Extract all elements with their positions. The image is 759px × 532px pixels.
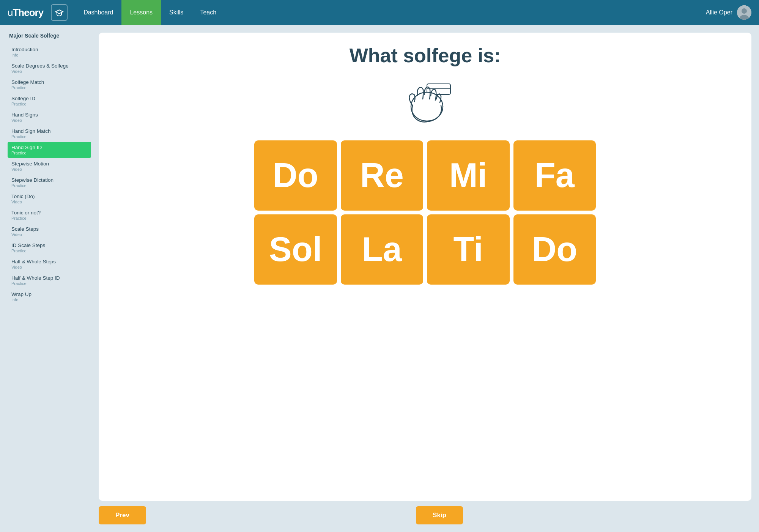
sidebar-item-hand-sign-id[interactable]: Hand Sign ID Practice bbox=[8, 142, 91, 158]
user-section: Allie Oper bbox=[706, 5, 751, 20]
app-header: uTheory Dashboard Lessons Skills Teach A… bbox=[0, 0, 759, 25]
sidebar-item-tonic-or-not-[interactable]: Tonic or not? Practice bbox=[8, 207, 91, 223]
solfege-tile-sol-4[interactable]: Sol bbox=[254, 214, 337, 285]
main-layout: Major Scale Solfege Introduction Info Sc… bbox=[0, 25, 759, 532]
sidebar-item-introduction[interactable]: Introduction Info bbox=[8, 44, 91, 60]
sidebar-item-scale-steps[interactable]: Scale Steps Video bbox=[8, 224, 91, 239]
content-title: What solfege is: bbox=[350, 44, 501, 67]
sidebar-item-hand-signs[interactable]: Hand Signs Video bbox=[8, 109, 91, 125]
sidebar-item-stepwise-motion[interactable]: Stepwise Motion Video bbox=[8, 158, 91, 174]
nav-lessons[interactable]: Lessons bbox=[121, 0, 161, 25]
user-name-label: Allie Oper bbox=[706, 9, 732, 16]
prev-button[interactable]: Prev bbox=[99, 506, 146, 524]
sidebar-item-id-scale-steps[interactable]: ID Scale Steps Practice bbox=[8, 240, 91, 256]
solfege-tile-do-7[interactable]: Do bbox=[513, 214, 596, 285]
avatar[interactable] bbox=[737, 5, 751, 20]
main-nav: Dashboard Lessons Skills Teach bbox=[75, 0, 225, 25]
solfege-tile-do-0[interactable]: Do bbox=[254, 140, 337, 211]
sidebar-item-solfege-id[interactable]: Solfege ID Practice bbox=[8, 93, 91, 109]
skip-button[interactable]: Skip bbox=[416, 506, 463, 524]
sidebar-title: Major Scale Solfege bbox=[8, 33, 91, 39]
mortarboard-icon[interactable] bbox=[51, 4, 68, 21]
content-card: What solfege is: bbox=[99, 33, 751, 501]
sidebar-item-half-whole-step-id[interactable]: Half & Whole Step ID Practice bbox=[8, 272, 91, 288]
app-logo: uTheory bbox=[8, 7, 43, 19]
solfege-grid: DoReMiFaSolLaTiDo bbox=[250, 140, 600, 285]
nav-skills[interactable]: Skills bbox=[161, 0, 192, 25]
solfege-tile-mi-2[interactable]: Mi bbox=[427, 140, 510, 211]
solfege-tile-fa-3[interactable]: Fa bbox=[513, 140, 596, 211]
sidebar-item-scale-degrees-solfege[interactable]: Scale Degrees & Solfege Video bbox=[8, 60, 91, 76]
content-area: What solfege is: bbox=[99, 33, 751, 524]
sidebar-item-half-whole-steps[interactable]: Half & Whole Steps Video bbox=[8, 256, 91, 272]
solfege-tile-ti-6[interactable]: Ti bbox=[427, 214, 510, 285]
sidebar-item-solfege-match[interactable]: Solfege Match Practice bbox=[8, 77, 91, 93]
solfege-tile-la-5[interactable]: La bbox=[341, 214, 424, 285]
hand-illustration bbox=[391, 78, 459, 129]
sidebar-item-wrap-up[interactable]: Wrap Up Info bbox=[8, 289, 91, 305]
solfege-tile-re-1[interactable]: Re bbox=[341, 140, 424, 211]
svg-point-1 bbox=[742, 8, 747, 14]
sidebar-item-tonic-do-[interactable]: Tonic (Do) Video bbox=[8, 191, 91, 207]
nav-teach[interactable]: Teach bbox=[192, 0, 225, 25]
sidebar: Major Scale Solfege Introduction Info Sc… bbox=[8, 33, 91, 524]
sidebar-item-stepwise-dictation[interactable]: Stepwise Dictation Practice bbox=[8, 175, 91, 190]
nav-dashboard[interactable]: Dashboard bbox=[75, 0, 121, 25]
bottom-nav: Prev Skip bbox=[99, 506, 463, 524]
sidebar-item-hand-sign-match[interactable]: Hand Sign Match Practice bbox=[8, 126, 91, 142]
